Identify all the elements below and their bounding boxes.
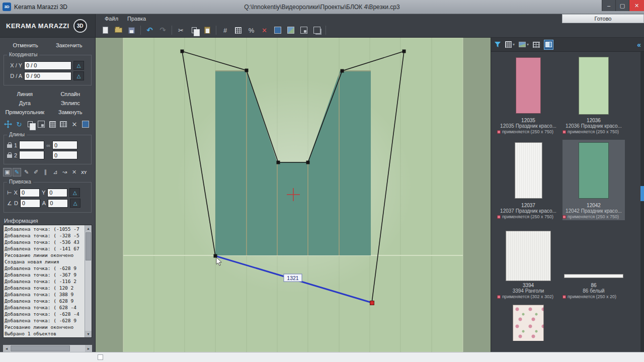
xy-triangle-button[interactable]: △ bbox=[73, 61, 84, 70]
tile-image[interactable] bbox=[564, 274, 623, 278]
tile-card-selected[interactable]: 12042 12042 Праздник красо... применяетс… bbox=[562, 140, 625, 220]
tile-image[interactable] bbox=[506, 231, 551, 281]
vertex-handle[interactable] bbox=[181, 50, 184, 53]
delete-object-button[interactable]: ✕ bbox=[69, 119, 79, 129]
menu-edit[interactable]: Правка bbox=[123, 15, 150, 22]
view-mode-button[interactable]: ▾ bbox=[519, 40, 529, 50]
snap-xy-triangle-button[interactable]: △ bbox=[69, 188, 80, 197]
selected-vertex-handle[interactable] bbox=[370, 301, 374, 305]
finish-button[interactable]: Закончить bbox=[51, 41, 88, 49]
new-document-button[interactable] bbox=[100, 25, 111, 36]
vertex-handle[interactable] bbox=[306, 161, 310, 164]
scroll-right-button[interactable]: ► bbox=[85, 345, 92, 352]
tile-card[interactable]: 12035 12035 Праздник красо... применяетс… bbox=[497, 55, 559, 135]
array-tool-button[interactable] bbox=[47, 119, 57, 129]
solid-view-button[interactable] bbox=[272, 25, 283, 36]
cut-button[interactable]: ✂ bbox=[175, 25, 187, 36]
vertex-mode-button[interactable]: ▣ bbox=[3, 168, 12, 176]
arc-tool-button[interactable]: Дуга bbox=[2, 99, 48, 108]
length1-input[interactable] bbox=[19, 141, 44, 149]
draw-mode-button[interactable]: ✎ bbox=[13, 168, 21, 176]
move-tool-button[interactable] bbox=[3, 119, 13, 129]
tile-image[interactable] bbox=[516, 57, 541, 114]
canvas-scene[interactable]: 1321 bbox=[96, 38, 491, 352]
filter-button[interactable] bbox=[494, 40, 501, 50]
clear-mode-button[interactable]: ✕ bbox=[70, 168, 78, 176]
tile-panel-scrollbar[interactable] bbox=[640, 52, 644, 352]
save-button[interactable] bbox=[126, 25, 137, 36]
tile-grid-button[interactable] bbox=[232, 25, 244, 36]
panel-view-button[interactable] bbox=[544, 40, 553, 50]
snap-da-triangle-button[interactable]: △ bbox=[70, 199, 80, 208]
table-view-button[interactable] bbox=[533, 40, 540, 50]
applied-checkbox[interactable] bbox=[562, 215, 566, 219]
length2-input[interactable] bbox=[19, 151, 44, 159]
minimize-button[interactable]: – bbox=[602, 0, 615, 11]
applied-checkbox[interactable] bbox=[497, 215, 501, 219]
copy-object-button[interactable] bbox=[25, 119, 35, 129]
tile-image[interactable] bbox=[515, 142, 542, 199]
vertex-handle[interactable] bbox=[277, 161, 280, 164]
applied-checkbox[interactable] bbox=[497, 295, 501, 299]
close-button[interactable]: ✕ bbox=[629, 0, 644, 11]
mirror-tool-button[interactable] bbox=[36, 119, 46, 129]
paste-button[interactable] bbox=[201, 25, 213, 36]
tile-card[interactable]: 12036 12036 Праздник красо... применяетс… bbox=[562, 55, 625, 135]
ellipse-tool-button[interactable]: Эллипс bbox=[48, 99, 94, 108]
ready-button[interactable]: Готово bbox=[562, 14, 644, 23]
snap-a-input[interactable] bbox=[48, 199, 68, 208]
scrollbar-thumb[interactable] bbox=[640, 186, 644, 201]
rectangle-tool-button[interactable]: Прямоугольник bbox=[2, 108, 48, 117]
applied-checkbox[interactable] bbox=[562, 295, 566, 299]
perpendicular-mode-button[interactable]: ⊿ bbox=[51, 168, 59, 176]
applied-checkbox[interactable] bbox=[497, 130, 501, 134]
close-contour-button[interactable]: Замкнуть bbox=[48, 108, 94, 117]
delete-button[interactable]: ✕ bbox=[259, 25, 270, 36]
scrollbar-thumb[interactable] bbox=[11, 345, 70, 351]
length2b-input[interactable] bbox=[52, 151, 77, 159]
vertex-handle[interactable] bbox=[403, 50, 406, 53]
da-input[interactable] bbox=[24, 72, 71, 80]
grid-toggle-button[interactable]: # bbox=[219, 25, 231, 36]
maximize-button[interactable]: ▢ bbox=[615, 0, 629, 11]
snap-d-input[interactable] bbox=[20, 199, 40, 208]
tile-image[interactable] bbox=[513, 305, 544, 341]
snap-x-input[interactable] bbox=[20, 189, 40, 197]
scroll-down-button[interactable]: ▼ bbox=[85, 331, 92, 337]
spline-tool-button[interactable]: Сплайн bbox=[48, 89, 94, 99]
vertex-handle[interactable] bbox=[245, 69, 249, 72]
scroll-up-button[interactable]: ▲ bbox=[85, 225, 92, 232]
parallel-mode-button[interactable]: ∥ bbox=[41, 168, 50, 176]
drawing-canvas[interactable]: 1321 bbox=[96, 38, 491, 352]
xy-mode-button[interactable]: XY bbox=[79, 168, 88, 176]
cancel-button[interactable]: Отменить bbox=[8, 41, 43, 49]
curve-mode-button[interactable]: ↝ bbox=[60, 168, 69, 176]
tile-card[interactable]: 3394 3394 Ранголи применяется (302 x 302… bbox=[497, 225, 559, 300]
edit-mode-button[interactable]: ✎ bbox=[22, 168, 31, 176]
layers-view-button[interactable] bbox=[311, 25, 323, 36]
scrollbar-thumb[interactable] bbox=[86, 232, 91, 260]
copy-button[interactable] bbox=[188, 25, 200, 36]
tile-image[interactable] bbox=[579, 142, 609, 199]
vertex-handle[interactable] bbox=[214, 254, 217, 258]
tile-card[interactable] bbox=[497, 305, 559, 342]
corner-view-button[interactable] bbox=[298, 25, 309, 36]
da-triangle-button[interactable]: △ bbox=[73, 71, 84, 80]
fill-tool-button[interactable] bbox=[80, 119, 91, 129]
scroll-left-button[interactable]: ◄ bbox=[3, 345, 10, 352]
sort-button[interactable]: ▾ bbox=[505, 40, 515, 50]
lock-icon[interactable] bbox=[7, 144, 12, 148]
tile-image[interactable] bbox=[579, 57, 609, 115]
length1b-input[interactable] bbox=[52, 141, 77, 149]
menu-file[interactable]: Файл bbox=[101, 15, 122, 22]
tile-card[interactable]: 86 86 белый применяется (250 x 20) bbox=[562, 225, 625, 300]
open-file-button[interactable] bbox=[113, 25, 124, 36]
texture-view-button[interactable] bbox=[285, 25, 296, 36]
vertex-handle[interactable] bbox=[341, 69, 344, 73]
redo-button[interactable]: ↷ bbox=[157, 25, 169, 36]
rotate-tool-button[interactable]: ↻ bbox=[14, 119, 24, 129]
info-log-scrollbar[interactable]: ▲ ▼ bbox=[85, 225, 92, 337]
snap-y-input[interactable] bbox=[47, 189, 67, 197]
lock-icon[interactable] bbox=[7, 154, 12, 158]
collapse-panel-button[interactable]: « bbox=[637, 41, 641, 49]
